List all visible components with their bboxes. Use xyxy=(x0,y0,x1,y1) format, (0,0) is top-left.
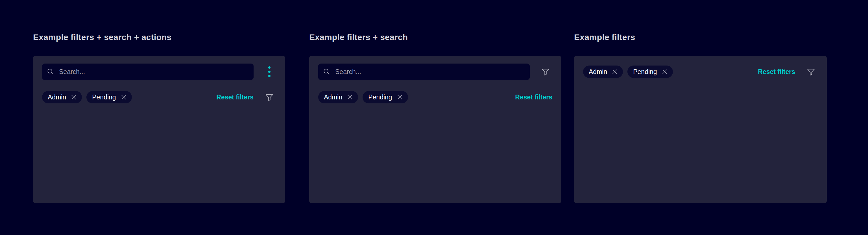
search-row xyxy=(318,63,552,80)
chip-close-button[interactable] xyxy=(70,93,78,101)
filter-chip: Admin xyxy=(318,91,358,104)
filter-funnel-button[interactable] xyxy=(804,65,818,79)
chip-close-button[interactable] xyxy=(120,93,127,101)
filter-panel: Admin Pending xyxy=(309,56,561,203)
kebab-menu-icon xyxy=(268,66,271,77)
close-icon xyxy=(661,68,668,75)
reset-filters-link[interactable]: Reset filters xyxy=(758,68,795,76)
filter-chip: Pending xyxy=(363,91,408,104)
filter-chip: Admin xyxy=(583,65,623,78)
reset-filters-link[interactable]: Reset filters xyxy=(515,93,552,101)
filter-chips-row: Admin Pending xyxy=(318,91,552,104)
search-icon xyxy=(323,68,331,76)
chip-close-button[interactable] xyxy=(396,93,403,101)
section-filters-only: Example filters Admin Pending xyxy=(574,32,827,203)
filter-funnel-button[interactable] xyxy=(539,65,552,79)
close-icon xyxy=(397,94,403,100)
chip-label: Admin xyxy=(48,93,66,101)
chip-label: Pending xyxy=(368,93,392,101)
filter-panel: Admin Pending xyxy=(574,56,827,203)
filter-chip: Pending xyxy=(86,91,132,104)
section-title: Example filters + search xyxy=(309,32,561,43)
filter-chip: Admin xyxy=(42,91,82,104)
section-filters-search: Example filters + search xyxy=(309,32,561,203)
close-icon xyxy=(346,94,353,100)
search-row xyxy=(42,63,276,80)
filter-funnel-icon xyxy=(541,67,550,77)
chip-label: Pending xyxy=(92,93,116,101)
section-filters-search-actions: Example filters + search + actions xyxy=(33,32,285,203)
chip-label: Pending xyxy=(633,68,657,76)
filter-funnel-icon xyxy=(806,67,816,77)
search-input[interactable] xyxy=(335,68,525,76)
filter-panel: Admin Pending xyxy=(33,56,285,203)
chip-close-button[interactable] xyxy=(661,68,669,76)
demo-canvas: Example filters + search + actions xyxy=(0,0,868,235)
close-icon xyxy=(120,94,127,100)
kebab-menu-button[interactable] xyxy=(262,65,276,79)
chip-label: Admin xyxy=(324,93,342,101)
search-field xyxy=(42,63,254,80)
filter-chip: Pending xyxy=(627,65,673,78)
reset-filters-link[interactable]: Reset filters xyxy=(216,93,254,101)
chip-label: Admin xyxy=(589,68,607,76)
section-title: Example filters xyxy=(574,32,827,43)
chip-close-button[interactable] xyxy=(346,93,353,101)
search-input[interactable] xyxy=(58,68,249,76)
filter-chips-row: Admin Pending xyxy=(42,91,276,104)
filter-funnel-icon xyxy=(265,92,274,102)
chip-close-button[interactable] xyxy=(611,68,618,76)
close-icon xyxy=(70,94,77,100)
search-field xyxy=(318,63,530,80)
search-icon xyxy=(46,68,55,76)
section-title: Example filters + search + actions xyxy=(33,32,285,43)
filter-funnel-button[interactable] xyxy=(262,90,276,104)
close-icon xyxy=(611,68,618,75)
filter-chips-row: Admin Pending xyxy=(583,65,818,78)
